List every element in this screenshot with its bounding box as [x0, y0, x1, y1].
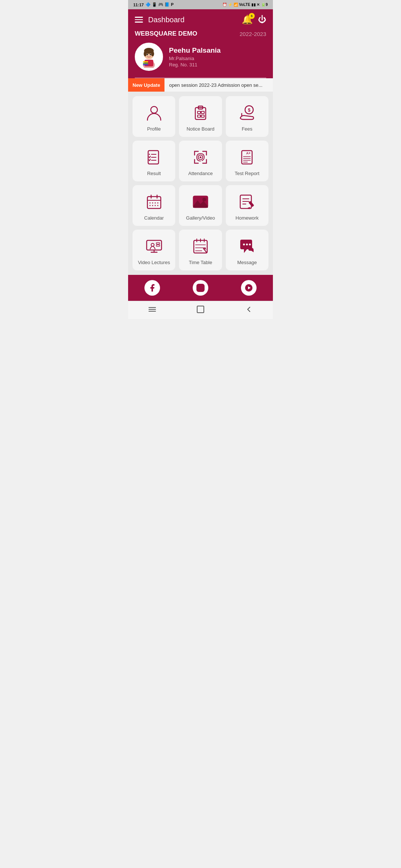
status-icons: ⏰ ⚡ 📶 VoLTE ▮▮ ✕ 🔋9	[222, 3, 268, 7]
menu-label-test-report: Test Report	[235, 171, 259, 176]
svg-rect-9	[143, 63, 148, 64]
svg-rect-8	[143, 61, 148, 62]
svg-point-40	[149, 205, 150, 206]
svg-point-6	[147, 54, 148, 55]
menu-label-result: Result	[147, 171, 161, 176]
timetable-icon	[191, 237, 210, 256]
menu-label-calendar: Calendar	[144, 215, 164, 221]
svg-point-55	[151, 243, 154, 246]
menu-item-time-table[interactable]: Time Table	[179, 230, 222, 270]
facebook-button[interactable]	[144, 280, 160, 296]
status-time: 11:17 🔷 📳 🎮 📘 P	[133, 2, 174, 7]
svg-point-46	[202, 198, 206, 201]
svg-rect-16	[198, 115, 200, 117]
menu-button[interactable]	[135, 17, 143, 23]
menu-item-notice-board[interactable]: Notice Board	[179, 96, 222, 137]
calendar-icon	[144, 192, 164, 211]
student-profile: Peehu Palsania Mr.Palsania Reg. No. 311	[135, 43, 266, 78]
chat-icon	[237, 237, 257, 256]
menu-item-attendance[interactable]: Attendance	[179, 141, 222, 181]
svg-rect-80	[197, 306, 204, 313]
instagram-button[interactable]	[193, 280, 208, 296]
svg-point-41	[152, 205, 153, 206]
menu-item-fees[interactable]: $ Fees	[226, 96, 268, 137]
notification-badge: 6	[249, 13, 255, 19]
money-icon: $	[237, 103, 257, 122]
page-title: Dashboard	[148, 16, 185, 24]
menu-label-notice-board: Notice Board	[186, 126, 214, 132]
update-label: New Update	[128, 78, 164, 92]
svg-rect-14	[198, 111, 200, 114]
menu-item-video-lectures[interactable]: Video Lectures	[133, 230, 175, 270]
fingerprint-icon	[191, 148, 210, 167]
menu-label-fees: Fees	[242, 126, 252, 132]
status-bar: 11:17 🔷 📳 🎮 📘 P ⏰ ⚡ 📶 VoLTE ▮▮ ✕ 🔋9	[128, 0, 273, 9]
svg-point-36	[149, 202, 150, 203]
header-top: Dashboard 🔔 6 ⏻	[135, 14, 266, 25]
clipboard-icon	[191, 103, 210, 122]
nav-menu-button[interactable]	[148, 305, 157, 316]
menu-grid: Profile Notice Board $	[128, 92, 273, 275]
menu-label-video-lectures: Video Lectures	[138, 260, 170, 265]
menu-label-message: Message	[237, 260, 257, 265]
svg-point-69	[243, 243, 245, 245]
menu-item-result[interactable]: Result	[133, 141, 175, 181]
svg-rect-47	[193, 206, 208, 208]
svg-point-5	[151, 51, 154, 56]
menu-label-profile: Profile	[147, 126, 161, 132]
school-info: WEBSQUARE DEMO 2022-2023	[135, 30, 266, 37]
svg-point-73	[199, 286, 202, 289]
svg-rect-32	[147, 197, 161, 208]
menu-item-gallery[interactable]: Gallery/Video	[179, 185, 222, 226]
svg-point-74	[202, 285, 203, 286]
svg-rect-56	[156, 243, 160, 244]
student-details: Peehu Palsania Mr.Palsania Reg. No. 311	[169, 46, 221, 68]
menu-item-test-report[interactable]: A+ Test Report	[226, 141, 268, 181]
menu-label-time-table: Time Table	[189, 260, 212, 265]
svg-text:$: $	[248, 108, 251, 113]
avatar	[135, 43, 163, 71]
menu-item-profile[interactable]: Profile	[133, 96, 175, 137]
school-year: 2022-2023	[239, 31, 266, 37]
student-reg: Reg. No. 311	[169, 62, 221, 68]
menu-item-calendar[interactable]: Calendar	[133, 185, 175, 226]
svg-point-39	[157, 202, 158, 203]
checklist-icon	[144, 148, 164, 167]
nav-back-button[interactable]	[244, 305, 253, 316]
svg-rect-17	[201, 115, 204, 117]
nav-bar	[128, 301, 273, 319]
svg-point-7	[150, 54, 151, 55]
svg-point-43	[157, 205, 158, 206]
menu-label-homework: Homework	[235, 215, 258, 221]
svg-rect-15	[201, 111, 204, 114]
power-button[interactable]: ⏻	[258, 15, 266, 24]
menu-item-message[interactable]: Message	[226, 230, 268, 270]
report-icon: A+	[237, 148, 257, 167]
svg-point-71	[249, 243, 251, 245]
svg-point-25	[199, 156, 201, 158]
svg-point-4	[144, 51, 147, 56]
student-name: Peehu Palsania	[169, 46, 221, 55]
menu-label-attendance: Attendance	[188, 171, 213, 176]
student-parent: Mr.Palsania	[169, 56, 221, 61]
person-icon	[144, 103, 164, 122]
video-icon	[144, 237, 164, 256]
nav-home-button[interactable]	[196, 305, 205, 316]
svg-point-11	[151, 106, 157, 113]
update-text: open session 2022-23 Admission open se..…	[164, 82, 263, 88]
svg-rect-10	[143, 64, 148, 65]
svg-rect-57	[156, 245, 160, 246]
header: Dashboard 🔔 6 ⏻ WEBSQUARE DEMO 2022-2023	[128, 9, 273, 78]
homework-icon	[237, 192, 257, 211]
social-bar	[128, 275, 273, 301]
svg-point-42	[154, 205, 156, 206]
gallery-icon	[191, 192, 210, 211]
youtube-button[interactable]	[241, 280, 257, 296]
menu-item-homework[interactable]: Homework	[226, 185, 268, 226]
notification-bell[interactable]: 🔔 6	[242, 14, 253, 25]
school-name: WEBSQUARE DEMO	[135, 30, 197, 37]
menu-label-gallery: Gallery/Video	[186, 215, 215, 221]
svg-point-38	[154, 202, 156, 203]
update-bar: New Update open session 2022-23 Admissio…	[128, 78, 273, 92]
svg-point-37	[152, 202, 153, 203]
